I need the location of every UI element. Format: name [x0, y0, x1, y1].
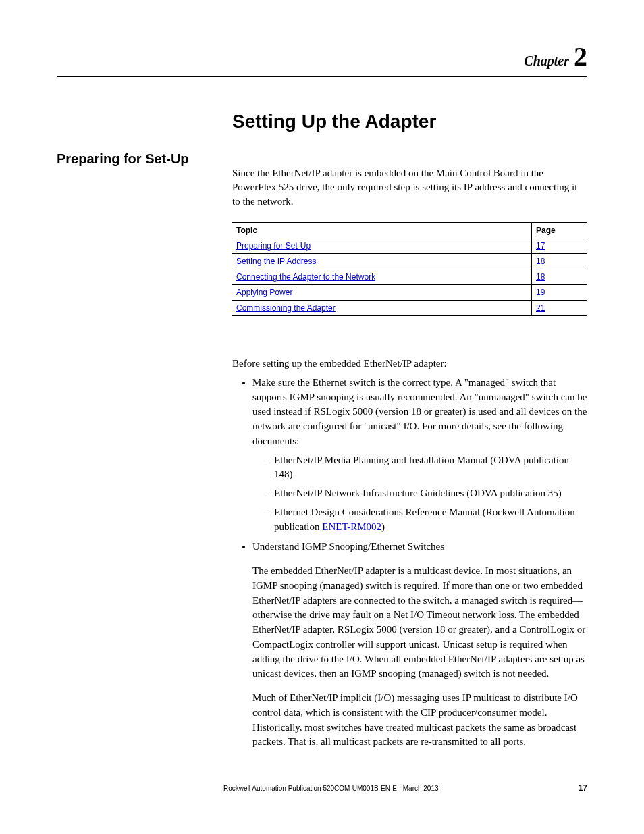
table-row: Connecting the Adapter to the Network 18 — [232, 269, 587, 285]
page-link[interactable]: 21 — [536, 303, 545, 313]
list-item: Understand IGMP Snooping/Ethernet Switch… — [252, 540, 587, 554]
list-item: EtherNet/IP Network Infrastructure Guide… — [265, 486, 587, 501]
topic-link[interactable]: Commissioning the Adapter — [236, 303, 336, 313]
header-rule — [57, 76, 587, 77]
page-link[interactable]: 18 — [536, 272, 545, 282]
table-row: Applying Power 19 — [232, 285, 587, 301]
table-row: Commissioning the Adapter 21 — [232, 301, 587, 316]
publication-link[interactable]: ENET-RM002 — [322, 521, 381, 532]
bullet-text: Make sure the Ethernet switch is the cor… — [252, 377, 587, 446]
page-link[interactable]: 18 — [536, 257, 545, 266]
topic-table: Topic Page Preparing for Set-Up 17 Setti… — [232, 222, 587, 316]
list-item: Ethernet Design Considerations Reference… — [265, 505, 587, 535]
page-link[interactable]: 19 — [536, 288, 545, 297]
list-item: EtherNet/IP Media Planning and Installat… — [265, 453, 587, 483]
dash-text-pre: Ethernet Design Considerations Reference… — [274, 506, 575, 532]
topic-link[interactable]: Setting the IP Address — [236, 257, 317, 266]
table-header-page: Page — [532, 223, 588, 238]
footer-page-number: 17 — [579, 783, 587, 793]
body-paragraph: Much of EtherNet/IP implicit (I/O) messa… — [232, 691, 587, 750]
page-footer: Rockwell Automation Publication 520COM-U… — [57, 783, 587, 793]
table-row: Setting the IP Address 18 — [232, 254, 587, 269]
table-header-topic: Topic — [232, 223, 532, 238]
dash-list: EtherNet/IP Media Planning and Installat… — [252, 453, 587, 535]
bullet-list: Make sure the Ethernet switch is the cor… — [232, 375, 587, 554]
page-link[interactable]: 17 — [536, 241, 545, 251]
topic-link[interactable]: Applying Power — [236, 288, 292, 297]
table-row: Preparing for Set-Up 17 — [232, 238, 587, 254]
intro-paragraph: Since the EtherNet/IP adapter is embedde… — [232, 166, 587, 209]
chapter-label: Chapter — [524, 53, 569, 68]
section-lead: Before setting up the embedded EtherNet/… — [232, 357, 587, 371]
footer-publication: Rockwell Automation Publication 520COM-U… — [84, 785, 579, 792]
chapter-number: 2 — [574, 41, 587, 72]
body-paragraph: The embedded EtherNet/IP adapter is a mu… — [232, 564, 587, 681]
page-title: Setting Up the Adapter — [232, 111, 587, 132]
topic-link[interactable]: Preparing for Set-Up — [236, 241, 311, 251]
list-item: Make sure the Ethernet switch is the cor… — [252, 375, 587, 535]
bullet-text: Understand IGMP Snooping/Ethernet Switch… — [252, 541, 444, 552]
dash-text-post: ) — [381, 521, 385, 532]
chapter-header: Chapter 2 — [57, 41, 587, 72]
section-heading: Preparing for Set-Up — [57, 151, 225, 167]
topic-link[interactable]: Connecting the Adapter to the Network — [236, 272, 375, 282]
